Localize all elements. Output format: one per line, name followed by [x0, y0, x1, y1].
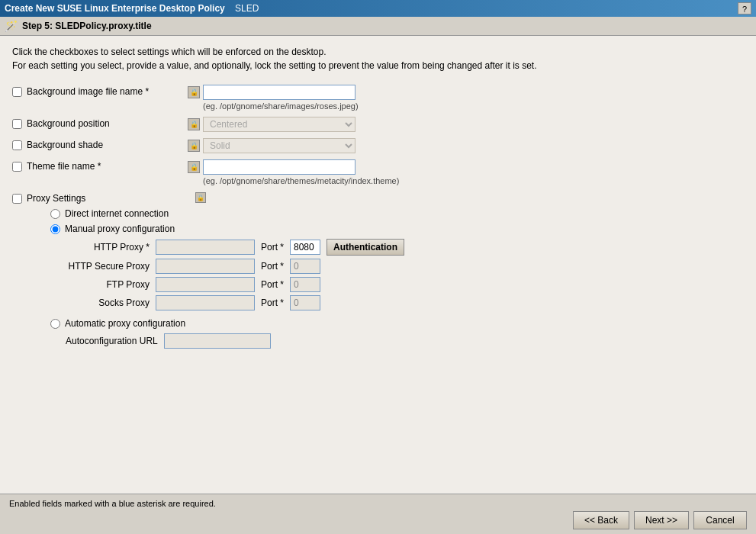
radio-auto[interactable]: Automatic proxy configuration	[50, 318, 404, 329]
bg-position-field-area: 🔒 Centered	[188, 117, 355, 132]
radio-direct[interactable]: Direct internet connection	[50, 208, 404, 219]
main-content: Click the checkboxes to select settings …	[0, 36, 756, 494]
auto-url-input[interactable]	[164, 333, 271, 349]
bg-image-label[interactable]: Background image file name *	[12, 85, 188, 97]
radio-auto-input[interactable]	[50, 319, 60, 329]
form-area: Background image file name * 🔒 (eg. /opt…	[12, 85, 744, 355]
auto-proxy-row: Autoconfiguration URL	[66, 333, 404, 349]
bg-image-field-row: 🔒	[188, 85, 359, 100]
theme-file-lock-icon[interactable]: 🔒	[188, 161, 200, 173]
proxy-table: HTTP Proxy * Port * Authentication HTTP …	[66, 239, 404, 310]
theme-file-field-area: 🔒 (eg. /opt/gnome/share/themes/metacity/…	[188, 159, 399, 185]
bg-position-row: Background position 🔒 Centered	[12, 117, 744, 132]
bg-shade-field-area: 🔒 Solid	[188, 138, 355, 153]
theme-file-input[interactable]	[203, 159, 355, 175]
bg-position-select[interactable]: Centered	[203, 117, 355, 132]
socks-proxy-label: Socks Proxy	[66, 298, 150, 308]
auth-button[interactable]: Authentication	[327, 239, 404, 256]
theme-file-row: Theme file name * 🔒 (eg. /opt/gnome/shar…	[12, 159, 744, 185]
footer-note: Enabled fields marked with a blue asteri…	[9, 499, 747, 508]
http-proxy-input[interactable]	[156, 240, 255, 255]
back-button[interactable]: << Back	[573, 511, 629, 529]
ftp-proxy-row: FTP Proxy Port *	[66, 277, 404, 292]
bg-shade-field-row: 🔒 Solid	[188, 138, 355, 153]
http-port-label: Port *	[261, 242, 284, 253]
cancel-button[interactable]: Cancel	[693, 511, 747, 529]
bg-position-label[interactable]: Background position	[12, 117, 188, 129]
bg-image-input[interactable]	[203, 85, 355, 100]
radio-manual-input[interactable]	[50, 224, 60, 234]
theme-file-field-row: 🔒	[188, 159, 399, 175]
socks-proxy-input[interactable]	[156, 295, 255, 310]
title-bar: Create New SUSE Linux Enterprise Desktop…	[0, 0, 756, 17]
proxy-checkbox[interactable]	[12, 194, 22, 204]
bg-image-field-area: 🔒 (eg. /opt/gnome/share/images/roses.jpe…	[188, 85, 359, 111]
instructions: Click the checkboxes to select settings …	[12, 45, 744, 72]
radio-direct-label: Direct internet connection	[65, 208, 169, 219]
bg-image-hint: (eg. /opt/gnome/share/images/roses.jpeg)	[203, 101, 359, 111]
radio-auto-label: Automatic proxy configuration	[65, 318, 185, 329]
bg-image-checkbox[interactable]	[12, 87, 22, 97]
bg-shade-label[interactable]: Background shade	[12, 138, 188, 150]
bg-position-lock-icon[interactable]: 🔒	[188, 118, 200, 130]
http-proxy-label: HTTP Proxy *	[66, 242, 150, 253]
footer-buttons: << Back Next >> Cancel	[9, 511, 747, 529]
socks-port-label: Port *	[261, 298, 284, 308]
bg-position-field-row: 🔒 Centered	[188, 117, 355, 132]
ftp-port-input[interactable]	[290, 277, 320, 292]
instruction-line1: Click the checkboxes to select settings …	[12, 45, 744, 59]
theme-file-label[interactable]: Theme file name *	[12, 159, 188, 172]
auto-url-label: Autoconfiguration URL	[66, 336, 158, 346]
proxy-section: Direct internet connection Manual proxy …	[50, 208, 404, 349]
ftp-proxy-label: FTP Proxy	[66, 279, 150, 290]
bg-shade-row: Background shade 🔒 Solid	[12, 138, 744, 153]
https-proxy-row: HTTP Secure Proxy Port *	[66, 259, 404, 274]
http-port-input[interactable]	[290, 240, 320, 255]
theme-file-checkbox[interactable]	[12, 162, 22, 172]
http-proxy-row: HTTP Proxy * Port * Authentication	[66, 239, 404, 256]
bg-shade-lock-icon[interactable]: 🔒	[188, 140, 200, 152]
ftp-port-label: Port *	[261, 279, 284, 290]
proxy-row: Proxy Settings 🔒 Direct internet connect…	[12, 191, 744, 349]
socks-port-input[interactable]	[290, 295, 320, 310]
https-port-input[interactable]	[290, 259, 320, 274]
radio-direct-input[interactable]	[50, 209, 60, 219]
instruction-line2: For each setting you select, provide a v…	[12, 59, 744, 72]
https-port-label: Port *	[261, 261, 284, 272]
theme-file-hint: (eg. /opt/gnome/share/themes/metacity/in…	[203, 176, 399, 185]
socks-proxy-row: Socks Proxy Port *	[66, 295, 404, 310]
radio-manual[interactable]: Manual proxy configuration	[50, 224, 404, 234]
bg-image-lock-icon[interactable]: 🔒	[188, 86, 200, 98]
proxy-label[interactable]: Proxy Settings	[12, 191, 188, 204]
ftp-proxy-input[interactable]	[156, 277, 255, 292]
https-proxy-input[interactable]	[156, 259, 255, 274]
title-bar-text: Create New SUSE Linux Enterprise Desktop…	[5, 3, 259, 14]
help-button[interactable]: ?	[738, 2, 751, 14]
auto-proxy-section: Autoconfiguration URL	[66, 333, 404, 349]
subtitle-text: Step 5: SLEDPolicy.proxy.title	[22, 21, 152, 31]
next-button[interactable]: Next >>	[634, 511, 689, 529]
bg-image-row: Background image file name * 🔒 (eg. /opt…	[12, 85, 744, 111]
bg-shade-checkbox[interactable]	[12, 140, 22, 150]
https-proxy-label: HTTP Secure Proxy	[66, 261, 150, 272]
radio-manual-label: Manual proxy configuration	[65, 224, 175, 234]
bg-position-checkbox[interactable]	[12, 119, 22, 129]
proxy-lock-icon[interactable]: 🔒	[195, 192, 206, 203]
wand-icon: 🪄	[5, 20, 18, 32]
footer: Enabled fields marked with a blue asteri…	[0, 494, 756, 534]
proxy-checkbox-row: Proxy Settings 🔒	[12, 191, 206, 204]
bg-shade-select[interactable]: Solid	[203, 138, 355, 153]
subtitle-bar: 🪄 Step 5: SLEDPolicy.proxy.title	[0, 17, 756, 36]
